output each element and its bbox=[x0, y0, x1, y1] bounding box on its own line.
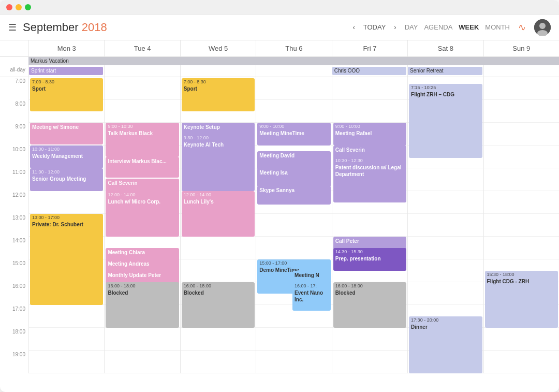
time-labels: 7:00 8:00 9:00 10:00 11:00 12:00 13:00 1… bbox=[0, 77, 28, 373]
event-sport-mon[interactable]: 7:00 - 8:30 Sport bbox=[30, 78, 103, 111]
time-1100: 11:00 bbox=[0, 168, 28, 191]
grid-columns: 7:00 - 8:30 Sport Meeting w/ Simone 10:0… bbox=[28, 77, 559, 373]
avatar[interactable] bbox=[534, 19, 551, 36]
event-flight-cdg-zrh[interactable]: 15:30 - 18:00 Flight CDG - ZRH bbox=[485, 271, 558, 328]
event-sannya[interactable]: Skype Sannya bbox=[257, 186, 330, 205]
time-1800: 18:00 bbox=[0, 328, 28, 351]
grid-mon[interactable]: 7:00 - 8:30 Sport Meeting w/ Simone 10:0… bbox=[28, 77, 104, 373]
grid-tue[interactable]: 9:00 - 10:30 Talk Markus Black Interview… bbox=[104, 77, 180, 373]
grid-thu[interactable]: 9:00 - 10:00 Meeting MineTime Meeting Da… bbox=[256, 77, 331, 373]
allday-fri: Chris OOO bbox=[332, 65, 407, 77]
col-mon: Mon 3 bbox=[28, 40, 104, 56]
col-sat: Sat 8 bbox=[407, 40, 483, 56]
event-interview-markus[interactable]: Interview Markus Blac... bbox=[106, 157, 179, 178]
time-1300: 13:00 bbox=[0, 214, 28, 237]
titlebar bbox=[0, 0, 559, 14]
trend-icon[interactable]: ∿ bbox=[518, 22, 526, 33]
event-patent[interactable]: 10:30 - 12:30 Patent discussion w/ Legal… bbox=[333, 157, 406, 202]
grid-fri[interactable]: 9:00 - 10:00 Meeting Rafael Call Severin… bbox=[332, 77, 407, 373]
calendar-body: Mon 3 Tue 4 Wed 5 Thu 6 Fri 7 Sat 8 Sun … bbox=[0, 40, 559, 392]
year: 2018 bbox=[82, 21, 107, 34]
event-dinner[interactable]: 17:30 - 20:00 Dinner bbox=[409, 316, 482, 373]
time-1900: 19:00 bbox=[0, 351, 28, 373]
close-button[interactable] bbox=[6, 4, 12, 10]
view-tabs: DAY AGENDA WEEK MONTH bbox=[405, 23, 510, 31]
tab-month[interactable]: MONTH bbox=[485, 23, 510, 31]
col-wed: Wed 5 bbox=[180, 40, 256, 56]
time-grid: 7:00 8:00 9:00 10:00 11:00 12:00 13:00 1… bbox=[0, 77, 559, 373]
allday-thu bbox=[256, 65, 331, 77]
col-sun: Sun 9 bbox=[483, 40, 559, 56]
time-800: 8:00 bbox=[0, 100, 28, 123]
grid-wed[interactable]: 7:00 - 8:30 Sport Keynote Setup 9:30 - 1… bbox=[180, 77, 256, 373]
allday-chrisooo[interactable]: Chris OOO bbox=[332, 67, 406, 75]
event-blocked-tue[interactable]: 16:00 - 18:00 Blocked bbox=[106, 282, 179, 328]
today-button[interactable]: TODAY bbox=[363, 23, 386, 31]
event-blocked-fri[interactable]: 16:00 - 18:00 Blocked bbox=[333, 282, 406, 328]
allday-label: all-day bbox=[0, 65, 28, 77]
event-flight-zrh-cdg[interactable]: 7:15 - 10:25 Flight ZRH – CDG bbox=[409, 84, 482, 158]
grid-sun[interactable]: 15:30 - 18:00 Flight CDG - ZRH bbox=[483, 77, 559, 373]
event-weekly-mgmt[interactable]: 10:00 - 11:00 Weekly Management bbox=[30, 146, 103, 168]
allday-senretreat[interactable]: Senior Retreat bbox=[408, 67, 482, 75]
allday-sprint[interactable]: Sprint start bbox=[29, 67, 103, 75]
col-tue: Tue 4 bbox=[104, 40, 180, 56]
tab-week[interactable]: WEEK bbox=[459, 23, 479, 31]
event-lunch-lily[interactable]: 12:00 - 14:00 Lunch Lily's bbox=[182, 191, 255, 237]
time-grid-scroll[interactable]: 7:00 8:00 9:00 10:00 11:00 12:00 13:00 1… bbox=[0, 77, 559, 392]
event-isa[interactable]: Meeting Isa bbox=[257, 168, 330, 187]
event-sport-wed[interactable]: 7:00 - 8:30 Sport bbox=[182, 78, 255, 111]
day-headers: Mon 3 Tue 4 Wed 5 Thu 6 Fri 7 Sat 8 Sun … bbox=[0, 40, 559, 57]
time-1400: 14:00 bbox=[0, 237, 28, 259]
traffic-lights[interactable] bbox=[6, 4, 31, 10]
time-1200: 12:00 bbox=[0, 191, 28, 214]
allday-section: Markus Vacation all-day Sprint start Chr… bbox=[0, 57, 559, 77]
col-thu: Thu 6 bbox=[256, 40, 331, 56]
event-keynote-ai[interactable]: 9:30 - 12:00 Keynote AI Tech bbox=[182, 134, 255, 191]
event-blocked-wed[interactable]: 16:00 - 18:00 Blocked bbox=[182, 282, 255, 328]
event-prep-presentation[interactable]: 14:30 - 15:30 Prep. presentation bbox=[333, 248, 406, 271]
allday-mon: Sprint start bbox=[28, 65, 104, 77]
grid-sat[interactable]: 7:15 - 10:25 Flight ZRH – CDG 17:30 - 20… bbox=[407, 77, 483, 373]
allday-sat: Senior Retreat bbox=[407, 65, 483, 77]
event-senior-group[interactable]: 11:00 - 12:00 Senior Group Meeting bbox=[30, 168, 103, 191]
time-700: 7:00 bbox=[0, 77, 28, 100]
allday-tue bbox=[104, 65, 180, 77]
time-1500: 15:00 bbox=[0, 259, 28, 282]
event-rafael[interactable]: 9:00 - 10:00 Meeting Rafael bbox=[333, 123, 406, 146]
app-header: ☰ September 2018 ‹ TODAY › DAY AGENDA WE… bbox=[0, 14, 559, 40]
event-nano[interactable]: 16:00 - 17: Event Nano Inc. bbox=[292, 282, 331, 311]
tab-day[interactable]: DAY bbox=[405, 23, 418, 31]
time-900: 9:00 bbox=[0, 123, 28, 146]
svg-point-1 bbox=[539, 23, 546, 29]
event-simone[interactable]: Meeting w/ Simone bbox=[30, 123, 103, 144]
vacation-bar: Markus Vacation bbox=[28, 57, 559, 65]
calendar-window: ☰ September 2018 ‹ TODAY › DAY AGENDA WE… bbox=[0, 0, 559, 392]
menu-button[interactable]: ☰ bbox=[8, 22, 17, 33]
nav-prev[interactable]: ‹ bbox=[352, 23, 355, 31]
minimize-button[interactable] bbox=[16, 4, 22, 10]
month-title: September 2018 bbox=[23, 21, 107, 34]
allday-wed bbox=[180, 65, 256, 77]
maximize-button[interactable] bbox=[25, 4, 31, 10]
col-fri: Fri 7 bbox=[332, 40, 407, 56]
tab-agenda[interactable]: AGENDA bbox=[424, 23, 452, 31]
event-minetime-thu[interactable]: 9:00 - 10:00 Meeting MineTime bbox=[257, 123, 330, 146]
time-1600: 16:00 bbox=[0, 282, 28, 305]
time-1000: 10:00 bbox=[0, 146, 28, 168]
allday-sun bbox=[483, 65, 559, 77]
event-david[interactable]: Meeting David bbox=[257, 151, 330, 170]
event-lunch-micro[interactable]: 12:00 - 14:00 Lunch w/ Micro Corp. bbox=[106, 191, 179, 237]
nav-next[interactable]: › bbox=[394, 23, 396, 31]
event-markus-black[interactable]: 9:00 - 10:30 Talk Markus Black bbox=[106, 123, 179, 157]
event-private-schubert[interactable]: 13:00 - 17:00 Private: Dr. Schubert bbox=[30, 214, 103, 305]
time-1700: 17:00 bbox=[0, 305, 28, 328]
